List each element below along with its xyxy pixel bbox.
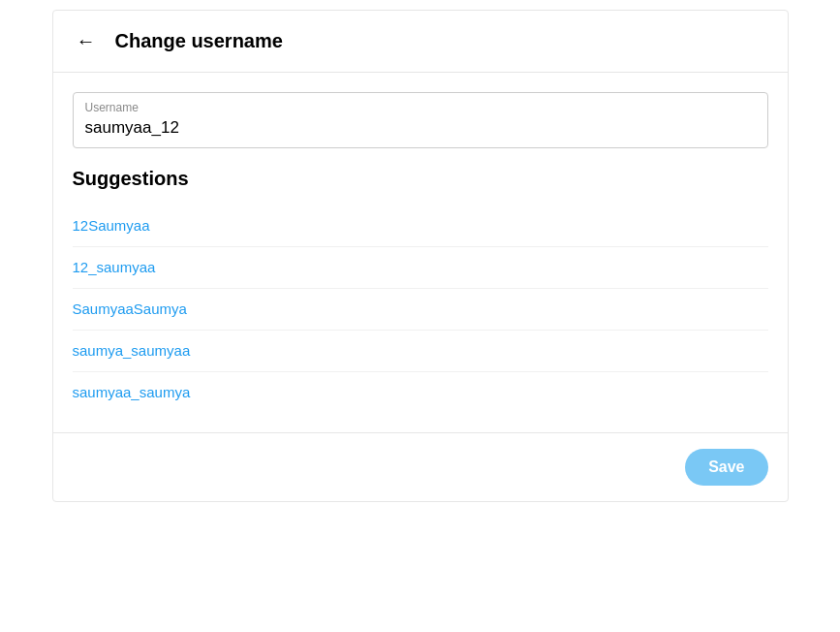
list-item: 12_saumyaa xyxy=(73,247,768,289)
suggestion-link-3[interactable]: SaumyaaSaumya xyxy=(73,300,187,317)
panel-content: Username Suggestions 12Saumyaa 12_saumya… xyxy=(53,73,788,432)
suggestion-link-2[interactable]: 12_saumyaa xyxy=(73,259,156,275)
suggestions-heading: Suggestions xyxy=(73,168,768,190)
page-container: ← Change username Username Suggestions 1… xyxy=(0,0,840,632)
suggestion-link-5[interactable]: saumyaa_saumya xyxy=(73,384,191,400)
list-item: SaumyaaSaumya xyxy=(73,289,768,331)
list-item: saumyaa_saumya xyxy=(73,372,768,413)
username-input-group: Username xyxy=(73,92,768,148)
list-item: saumya_saumyaa xyxy=(73,331,768,372)
suggestions-list: 12Saumyaa 12_saumyaa SaumyaaSaumya saumy… xyxy=(73,205,768,413)
suggestion-link-1[interactable]: 12Saumyaa xyxy=(73,217,150,234)
save-button[interactable]: Save xyxy=(685,449,767,486)
username-label: Username xyxy=(85,101,756,114)
list-item: 12Saumyaa xyxy=(73,205,768,247)
suggestions-section: Suggestions 12Saumyaa 12_saumyaa Saumyaa… xyxy=(73,168,768,413)
username-input[interactable] xyxy=(85,118,756,138)
change-username-panel: ← Change username Username Suggestions 1… xyxy=(52,10,789,502)
back-button[interactable]: ← xyxy=(73,26,100,56)
panel-header: ← Change username xyxy=(53,11,788,73)
panel-footer: Save xyxy=(53,432,788,501)
suggestion-link-4[interactable]: saumya_saumyaa xyxy=(73,342,191,359)
page-title: Change username xyxy=(115,30,283,52)
